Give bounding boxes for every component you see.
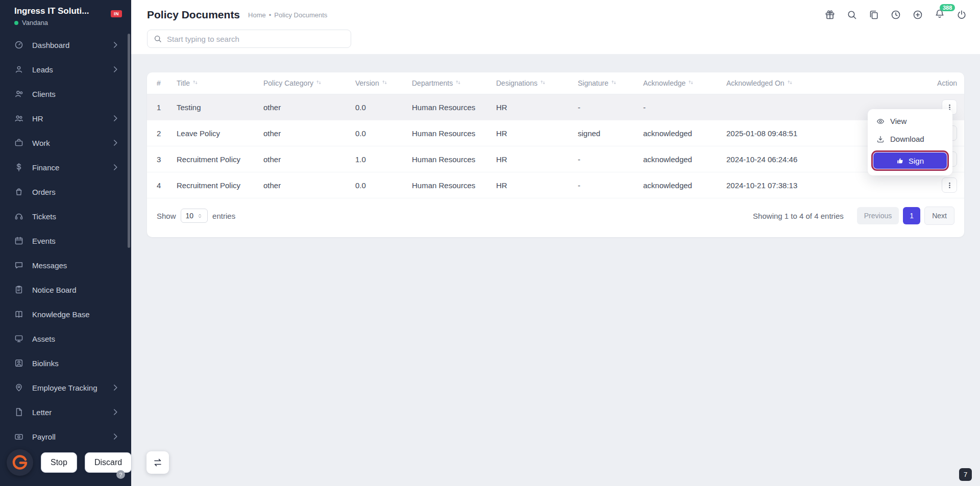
sidebar-item-work[interactable]: Work [0,131,131,155]
knowledge-base-icon [14,310,23,319]
work-icon [14,138,23,147]
policy-documents-table: # Title Policy Category Version Departme… [147,72,964,198]
column-header[interactable]: Acknowledged On [721,72,849,94]
table-header-row: # Title Policy Category Version Departme… [147,72,964,94]
column-header[interactable]: Policy Category [258,72,350,94]
column-header[interactable]: Title [172,72,258,94]
employee-tracking-icon [14,383,23,392]
sidebar-item-label: Biolinks [32,359,59,368]
search-icon [154,35,162,43]
tickets-icon [14,212,23,221]
sidebar-item-leads[interactable]: Leads [0,57,131,82]
column-header[interactable]: Designations [491,72,573,94]
column-header[interactable]: Signature [573,72,638,94]
sidebar-item-tickets[interactable]: Tickets [0,204,131,228]
column-header[interactable]: Acknowledge [638,72,721,94]
menu-item-view[interactable]: View [868,112,952,130]
sort-icon[interactable] [192,79,199,86]
policy-documents-card: # Title Policy Category Version Departme… [147,72,964,237]
recorder-logo-button[interactable] [7,449,33,476]
next-page-button[interactable]: Next [924,207,954,225]
menu-item-download[interactable]: Download [868,130,952,148]
sidebar-item-orders[interactable]: Orders [0,180,131,204]
messages-icon [14,261,23,270]
sidebar-item-events[interactable]: Events [0,228,131,253]
sort-icon[interactable] [787,79,793,86]
cell-signature: signed [573,120,638,146]
swap-arrows-icon [153,457,163,468]
sort-icon[interactable] [610,79,617,86]
sidebar-item-finance[interactable]: Finance [0,155,131,180]
cell-acknowledged-on: 2025-01-08 09:48:51 [721,120,849,146]
cell-departments: Human Resources [407,146,491,172]
page-size-select[interactable]: 10 [181,209,208,223]
sidebar-item-notice-board[interactable]: Notice Board [0,277,131,302]
previous-page-button[interactable]: Previous [857,207,899,224]
sidebar-scrollbar-thumb[interactable] [128,34,130,248]
sidebar-item-letter[interactable]: Letter [0,400,131,424]
chevron-right-icon [111,138,120,147]
discard-button[interactable]: Discard [85,452,132,473]
row-actions-button[interactable] [942,177,957,193]
cell-acknowledge: acknowledged [638,120,721,146]
cell-departments: Human Resources [407,120,491,146]
power-icon[interactable] [957,10,967,20]
logo-badge: IN [111,10,122,17]
highlight-ring: Sign [871,150,949,171]
cell-category: other [258,172,350,198]
header-actions: 388 [825,9,967,21]
sort-icon[interactable] [688,79,694,86]
sidebar-item-label: Payroll [32,432,56,441]
cell-index: 3 [147,146,172,172]
column-header: Action [849,72,964,94]
notes-icon[interactable] [869,10,879,20]
column-header[interactable]: Departments [407,72,491,94]
sidebar-item-dashboard[interactable]: Dashboard [0,33,131,57]
breadcrumb-home-link[interactable]: Home [248,11,266,19]
breadcrumb-separator: • [269,11,272,19]
quick-add-icon[interactable] [913,10,923,20]
finance-icon [14,163,23,172]
cell-index: 4 [147,172,172,198]
column-header[interactable]: Version [350,72,407,94]
cell-departments: Human Resources [407,94,491,120]
sidebar-item-label: Assets [32,335,55,343]
sidebar-item-assets[interactable]: Assets [0,326,131,351]
sort-icon[interactable] [455,79,461,86]
search-input[interactable] [167,35,345,43]
history-icon[interactable] [891,10,901,20]
gift-icon[interactable] [825,10,835,20]
events-icon [14,236,23,245]
sort-icon[interactable] [540,79,546,86]
help-button[interactable]: ? [116,470,125,479]
page-size-value: 10 [186,212,194,220]
sidebar-item-knowledge-base[interactable]: Knowledge Base [0,302,131,326]
chevron-right-icon [111,383,120,392]
cell-designations: HR [491,94,573,120]
page-1-button[interactable]: 1 [903,207,920,224]
sidebar-item-label: HR [32,114,43,123]
swap-button[interactable] [146,451,169,474]
global-search-icon[interactable] [847,10,857,20]
sidebar-item-hr[interactable]: HR [0,106,131,131]
stop-button[interactable]: Stop [41,452,77,473]
table-row: 4 Recruitment Policy other 0.0 Human Res… [147,172,964,198]
company-name: Ingress IT Soluti... [14,6,100,16]
sidebar-item-label: Knowledge Base [32,310,90,319]
sidebar-item-employee-tracking[interactable]: Employee Tracking [0,375,131,400]
sidebar-item-messages[interactable]: Messages [0,253,131,277]
sidebar-item-clients[interactable]: Clients [0,82,131,106]
sidebar-item-payroll[interactable]: Payroll [0,424,131,449]
sort-icon[interactable] [315,79,322,86]
assets-icon [14,334,23,343]
page-count-badge: 7 [959,468,972,481]
sidebar-item-label: Leads [32,65,53,74]
cell-departments: Human Resources [407,172,491,198]
sidebar-item-label: Letter [32,408,52,417]
sort-icon[interactable] [381,79,388,86]
sign-button[interactable]: Sign [873,152,947,169]
sidebar-item-biolinks[interactable]: Biolinks [0,351,131,375]
sidebar-item-label: Work [32,139,50,147]
chevron-right-icon [111,40,120,49]
cell-category: other [258,146,350,172]
